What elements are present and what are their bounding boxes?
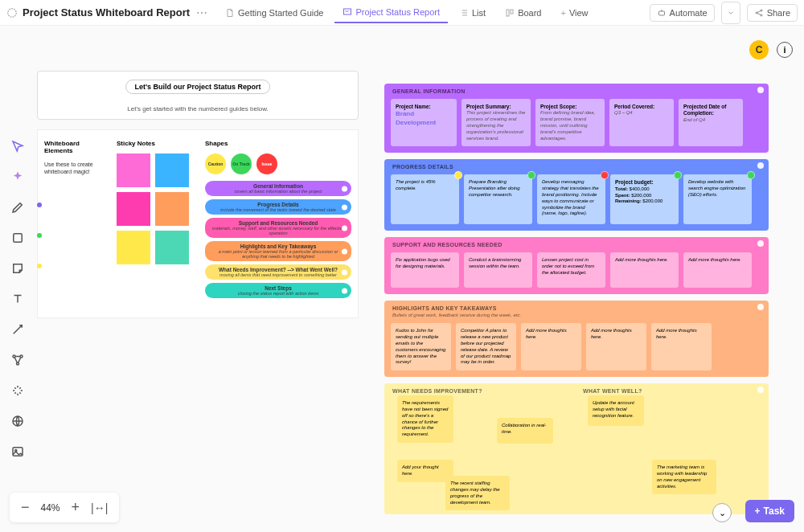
support-card[interactable]: Add more thoughts here. [610, 252, 679, 288]
section-title: WHAT NEEDS IMPROVEMENT? [389, 387, 573, 395]
svg-rect-2 [507, 10, 509, 16]
section-title: GENERAL INFORMATION [389, 87, 764, 96]
wentwell-card[interactable]: Update the account setup with facial rec… [588, 395, 644, 426]
section-bar[interactable]: General Informationcovers all basic info… [205, 181, 351, 196]
info-card[interactable]: Project Summary:This project streamlines… [461, 99, 531, 146]
progress-card[interactable]: Prepare Branding Presentation after doin… [464, 174, 532, 224]
info-card[interactable]: Period Covered:Q3 – Q4 [609, 99, 674, 146]
stickies-title: Sticky Notes [117, 140, 195, 147]
svg-point-9 [13, 355, 15, 358]
text-tool[interactable] [8, 289, 27, 309]
support-card[interactable]: Conduct a brainstorming session within t… [464, 252, 532, 288]
wentwell-card[interactable]: The marketing team is working with leade… [652, 460, 716, 494]
automate-dropdown[interactable] [721, 2, 740, 24]
section-bar[interactable]: Progress Detailsinclude the movement of … [205, 199, 351, 215]
support-card[interactable]: Fix application bugs used for designing … [391, 252, 459, 288]
pen-tool[interactable] [8, 198, 27, 217]
section-bar[interactable]: Next Stepsclosing the status report with… [205, 283, 351, 298]
template-icon [6, 7, 18, 18]
chevron-down-icon [727, 9, 735, 17]
tab-label: Getting Started Guide [238, 8, 323, 18]
tab-list[interactable]: List [451, 3, 494, 23]
magic-tool[interactable] [8, 381, 27, 400]
highlight-card[interactable]: Add more thoughts here. [651, 323, 712, 370]
more-icon[interactable]: ⋯ [196, 6, 207, 19]
info-card[interactable]: Projected Date of Completion:End of Q4 [679, 99, 743, 146]
info-icon[interactable]: i [777, 42, 793, 58]
svg-rect-3 [511, 10, 513, 14]
section-title: WHAT WENT WELL? [580, 387, 764, 395]
progress-card[interactable]: The project is 45% complete. [391, 174, 459, 224]
improve-card[interactable]: Collaboration in real-time. [497, 418, 553, 444]
svg-point-10 [20, 355, 23, 358]
section-split: WHAT NEEDS IMPROVEMENT?The requirements … [384, 383, 769, 514]
ai-tool[interactable] [8, 167, 27, 186]
section-bar[interactable]: Support and Resources Neededmaterials, m… [205, 218, 351, 238]
task-options-button[interactable]: ⌄ [712, 503, 732, 522]
sticky-sample[interactable] [117, 231, 150, 264]
relationship-tool[interactable] [8, 350, 27, 370]
connector-tool[interactable] [8, 320, 27, 339]
shapes-title: Shapes [205, 140, 351, 147]
guide-panel: Let's Build our Project Status Report Le… [37, 71, 359, 318]
info-card[interactable]: Project Name:Brand Development [391, 99, 457, 146]
svg-point-0 [8, 8, 17, 17]
highlight-card[interactable]: Add more thoughts here. [521, 323, 581, 370]
section-bar[interactable]: What Needs Improvement? --> What Went We… [205, 264, 351, 280]
support-card[interactable]: Lessen project cost in order not to exce… [537, 252, 605, 288]
tab-label: Board [518, 8, 541, 18]
sticky-sample[interactable] [155, 231, 189, 264]
highlight-card[interactable]: Add more thoughts here. [586, 323, 646, 370]
shape-tool[interactable] [8, 228, 27, 248]
add-task-button[interactable]: + Task [745, 500, 794, 522]
doc-icon [225, 8, 235, 18]
plus-icon: + [755, 505, 761, 517]
status-circle[interactable]: Caution [205, 153, 226, 174]
automate-button[interactable]: Automate [650, 4, 715, 22]
zoom-in-button[interactable]: + [72, 499, 80, 516]
progress-card[interactable]: Develop website with search engine optim… [683, 174, 752, 224]
progress-card[interactable]: Develop messaging strategy that translat… [537, 174, 605, 224]
page-title: Project Status Whiteboard Report [23, 6, 190, 18]
progress-card[interactable]: Project budget:Total: $400,000Spent: $20… [610, 174, 679, 224]
image-tool[interactable] [8, 442, 27, 461]
app-header: Project Status Whiteboard Report ⋯ Getti… [0, 0, 804, 26]
zoom-controls: − 44% + |↔| [10, 493, 119, 522]
section-title: PROGRESS DETAILS [389, 162, 764, 171]
tab-board[interactable]: Board [497, 3, 549, 23]
tab-getting-started[interactable]: Getting Started Guide [217, 3, 331, 23]
section: SUPPORT AND RESOURCES NEEDEDFix applicat… [384, 237, 769, 294]
support-card[interactable]: Add more thoughts here. [683, 252, 752, 288]
section: HIGHLIGHTS AND KEY TAKEAWAYSBullets of g… [384, 301, 769, 377]
sticky-sample[interactable] [155, 153, 189, 187]
sticky-sample[interactable] [117, 192, 150, 226]
tab-label: List [472, 8, 486, 18]
view-tabs: Getting Started Guide Project Status Rep… [217, 2, 597, 23]
list-icon [459, 8, 469, 18]
sticky-tool[interactable] [8, 259, 27, 278]
share-button[interactable]: Share [747, 4, 798, 22]
sticky-sample[interactable] [117, 153, 150, 187]
board-icon [505, 8, 515, 18]
improve-card[interactable]: The recent staffing changes may delay th… [445, 476, 510, 510]
tab-project-status[interactable]: Project Status Report [334, 2, 448, 23]
info-card[interactable]: Project Scope:From defining brand idea, … [535, 99, 605, 146]
highlight-card[interactable]: Kudos to John for sending out multiple e… [391, 323, 451, 370]
status-circle[interactable]: On Track [231, 153, 252, 174]
tab-add-view[interactable]: + View [552, 3, 596, 23]
banner: Let's Build our Project Status Report Le… [37, 71, 359, 120]
banner-title: Let's Build our Project Status Report [125, 80, 269, 94]
zoom-out-button[interactable]: − [21, 499, 30, 516]
highlight-card[interactable]: Competitor A plans to release a new prod… [456, 323, 516, 370]
improve-card[interactable]: The requirements have not been signed of… [397, 395, 453, 443]
whiteboard-icon [343, 7, 352, 17]
web-tool[interactable] [8, 411, 27, 431]
cursor-tool[interactable] [8, 137, 27, 156]
svg-point-11 [17, 362, 19, 365]
elements-title: Whiteboard Elements [44, 140, 107, 154]
avatar[interactable]: C [749, 40, 769, 59]
section-bar[interactable]: Highlights and Key Takeawaysa main point… [205, 241, 351, 261]
fit-width-button[interactable]: |↔| [91, 501, 108, 514]
status-circle[interactable]: Issue [256, 153, 277, 174]
sticky-sample[interactable] [155, 192, 189, 226]
